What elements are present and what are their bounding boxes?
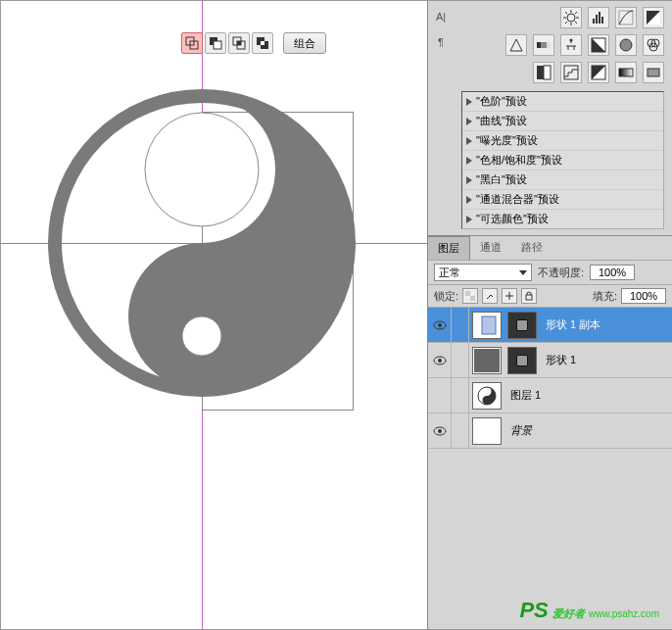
- adjustments-panel: [454, 1, 672, 91]
- lock-position-icon[interactable]: [502, 288, 517, 304]
- preset-item[interactable]: "曝光度"预设: [462, 131, 663, 151]
- path-mode-intersect-icon[interactable]: [228, 32, 250, 54]
- svg-rect-23: [596, 15, 598, 24]
- threshold-icon[interactable]: [588, 62, 609, 83]
- svg-rect-30: [547, 42, 551, 48]
- svg-line-19: [575, 22, 577, 24]
- visibility-toggle[interactable]: [428, 308, 452, 343]
- svg-rect-45: [526, 295, 532, 300]
- svg-rect-49: [482, 316, 496, 334]
- preset-item[interactable]: "色相/饱和度"预设: [462, 151, 663, 170]
- posterize-icon[interactable]: [560, 62, 582, 83]
- photo-filter-icon[interactable]: [615, 34, 637, 56]
- visibility-toggle[interactable]: [428, 343, 452, 378]
- layer-row[interactable]: 形状 1: [428, 343, 672, 378]
- svg-point-56: [438, 429, 442, 433]
- fill-label: 填充:: [593, 289, 617, 304]
- svg-rect-42: [648, 69, 659, 76]
- blend-mode-select[interactable]: 正常: [434, 264, 532, 281]
- disclosure-triangle-icon: [466, 216, 472, 223]
- vibrance-icon[interactable]: [505, 34, 527, 56]
- layer-name[interactable]: 背景: [504, 423, 532, 438]
- layer-thumbnail[interactable]: [472, 417, 502, 445]
- canvas[interactable]: 组合: [1, 1, 427, 629]
- opacity-input[interactable]: 100%: [590, 265, 635, 280]
- tab-layers[interactable]: 图层: [428, 236, 470, 260]
- panels-column: A| ¶: [427, 1, 672, 629]
- collapsed-panel-tabs: A| ¶: [428, 1, 454, 233]
- svg-rect-38: [544, 66, 551, 79]
- invert-icon[interactable]: [533, 62, 554, 83]
- layer-list: 形状 1 副本 形状 1 图层 1: [428, 307, 672, 629]
- svg-rect-24: [599, 12, 600, 24]
- svg-rect-25: [601, 17, 603, 24]
- svg-point-1: [145, 113, 259, 226]
- layer-row[interactable]: 背景: [428, 413, 672, 449]
- lock-transparency-icon[interactable]: [462, 288, 478, 304]
- svg-point-31: [570, 39, 573, 42]
- channel-mixer-icon[interactable]: [643, 34, 664, 56]
- vector-mask-thumbnail[interactable]: [507, 312, 537, 339]
- svg-rect-41: [619, 69, 633, 76]
- svg-rect-22: [593, 19, 595, 24]
- disclosure-triangle-icon: [466, 98, 472, 106]
- preset-item[interactable]: "曲线"预设: [462, 112, 663, 131]
- preset-item[interactable]: "可选颜色"预设: [462, 210, 663, 228]
- svg-line-21: [575, 12, 577, 14]
- vector-mask-thumbnail[interactable]: [507, 347, 537, 374]
- exposure-icon[interactable]: [643, 7, 664, 28]
- paragraph-panel-icon[interactable]: ¶: [431, 32, 451, 52]
- svg-rect-26: [619, 11, 633, 24]
- layers-panel: 图层 通道 路径 正常 不透明度: 100% 锁定: 填充: 100%: [428, 235, 672, 629]
- disclosure-triangle-icon: [466, 176, 472, 184]
- selective-color-icon[interactable]: [643, 62, 664, 83]
- gradient-map-icon[interactable]: [615, 62, 637, 83]
- black-white-icon[interactable]: [588, 34, 609, 56]
- tab-paths[interactable]: 路径: [511, 236, 552, 260]
- levels-icon[interactable]: [588, 7, 609, 28]
- disclosure-triangle-icon: [466, 157, 472, 165]
- combine-button[interactable]: 组合: [283, 32, 326, 54]
- layer-thumbnail[interactable]: [472, 347, 502, 374]
- layer-name[interactable]: 形状 1: [540, 353, 576, 367]
- svg-point-13: [567, 14, 575, 22]
- preset-item[interactable]: "黑白"预设: [462, 170, 663, 190]
- disclosure-triangle-icon: [466, 118, 472, 125]
- character-panel-icon[interactable]: A|: [431, 7, 451, 26]
- svg-rect-43: [465, 291, 470, 296]
- preset-item[interactable]: "通道混合器"预设: [462, 190, 663, 210]
- hue-saturation-icon[interactable]: [533, 34, 554, 56]
- svg-rect-52: [474, 349, 500, 372]
- layer-row[interactable]: 形状 1 副本: [428, 308, 672, 343]
- lock-pixels-icon[interactable]: [482, 288, 498, 304]
- yinyang-shape[interactable]: [45, 86, 359, 400]
- layer-name[interactable]: 形状 1 副本: [540, 317, 600, 332]
- disclosure-triangle-icon: [466, 137, 472, 145]
- brightness-contrast-icon[interactable]: [560, 7, 582, 28]
- lock-label: 锁定:: [434, 289, 458, 304]
- tab-channels[interactable]: 通道: [470, 236, 511, 260]
- curves-icon[interactable]: [615, 7, 637, 28]
- svg-point-33: [620, 39, 632, 51]
- svg-rect-37: [537, 66, 544, 79]
- opacity-label: 不透明度:: [538, 266, 584, 280]
- path-mode-add-icon[interactable]: [181, 32, 203, 54]
- watermark: PS 爱好者 www.psahz.com: [519, 598, 659, 623]
- path-mode-subtract-icon[interactable]: [205, 32, 226, 54]
- svg-rect-12: [261, 41, 264, 45]
- preset-item[interactable]: "色阶"预设: [462, 92, 663, 112]
- svg-point-51: [438, 359, 442, 363]
- path-mode-exclude-icon[interactable]: [252, 32, 273, 54]
- layer-thumbnail[interactable]: [472, 382, 502, 410]
- visibility-toggle[interactable]: [428, 413, 452, 449]
- layer-name[interactable]: 图层 1: [504, 388, 541, 403]
- svg-line-18: [565, 12, 567, 14]
- shape-options-bar: 组合: [181, 30, 326, 56]
- visibility-toggle[interactable]: [428, 378, 452, 413]
- color-balance-icon[interactable]: [560, 34, 582, 56]
- layer-thumbnail[interactable]: [472, 312, 502, 339]
- svg-point-2: [182, 316, 221, 356]
- layer-row[interactable]: 图层 1: [428, 378, 672, 413]
- lock-all-icon[interactable]: [521, 288, 537, 304]
- fill-input[interactable]: 100%: [621, 288, 666, 304]
